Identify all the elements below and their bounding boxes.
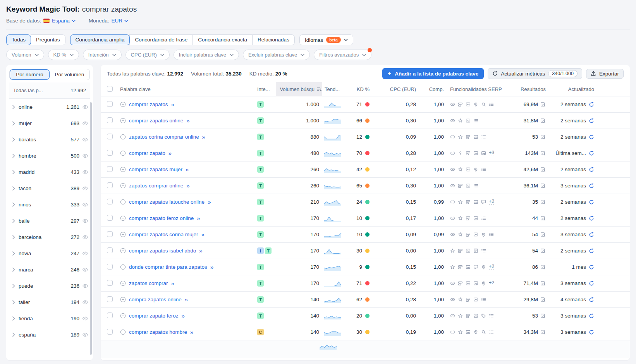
chevron-right-icon[interactable] (12, 186, 15, 191)
col-header-comp[interactable]: Comp. (416, 86, 444, 92)
sidebar-scrollbar[interactable] (90, 102, 92, 355)
serp-preview-icon[interactable] (540, 167, 546, 172)
add-keyword-icon[interactable] (120, 101, 126, 107)
serp-preview-icon[interactable] (540, 248, 546, 254)
keyword-link[interactable]: comprar zapatos mujer (129, 167, 182, 172)
row-checkbox[interactable] (107, 264, 113, 270)
toggle-por-volumen[interactable]: Por volumen (50, 69, 89, 80)
sidebar-group-marca[interactable]: marca246 (9, 261, 90, 278)
chevron-right-icon[interactable] (12, 170, 15, 174)
row-checkbox[interactable] (107, 312, 113, 318)
eye-icon[interactable] (82, 105, 88, 110)
serp-preview-icon[interactable] (540, 281, 546, 286)
refresh-icon[interactable] (589, 264, 594, 270)
chevron-right-icon[interactable] (12, 137, 15, 142)
row-checkbox[interactable] (107, 134, 113, 139)
eye-icon[interactable] (82, 332, 88, 337)
filter-volumen[interactable]: Volumen (6, 50, 44, 60)
refresh-icon[interactable] (589, 232, 594, 237)
chevron-right-icon[interactable] (12, 316, 15, 321)
eye-icon[interactable] (82, 153, 88, 158)
chevron-right-icon[interactable] (12, 300, 15, 304)
filter-incluir-palabras-clave[interactable]: Incluir palabras clave (174, 50, 239, 60)
toggle-por-numero[interactable]: Por número (10, 69, 50, 80)
sidebar-group-taller[interactable]: taller194 (9, 294, 90, 310)
keyword-link[interactable]: comprar zapatos online (129, 118, 183, 124)
refresh-icon[interactable] (589, 281, 594, 286)
eye-icon[interactable] (82, 137, 88, 142)
sidebar-group-tienda[interactable]: tienda190 (9, 310, 90, 326)
tab-todas[interactable]: Todas (6, 34, 31, 45)
col-header-results[interactable]: Resultados (516, 86, 546, 92)
row-checkbox[interactable] (107, 199, 113, 204)
serp-more-count[interactable]: +3 (489, 150, 494, 156)
refresh-icon[interactable] (589, 118, 594, 124)
keyword-link[interactable]: comprar zapatos corina mujer (129, 232, 198, 237)
col-header-volume[interactable]: Volumen búsqu (276, 82, 322, 96)
database-select[interactable]: España (52, 18, 76, 24)
add-keyword-icon[interactable] (120, 232, 126, 237)
expand-keyword-icon[interactable]: » (186, 167, 189, 172)
add-to-list-button[interactable]: + Añadir a la lista de palabras clave (382, 68, 484, 79)
keyword-link[interactable]: comprar zapatos latouche online (129, 199, 205, 205)
keyword-link[interactable]: comprar zapato (129, 150, 165, 156)
row-checkbox[interactable] (107, 247, 113, 253)
serp-preview-icon[interactable] (540, 232, 546, 237)
expand-keyword-icon[interactable]: » (190, 329, 193, 335)
refresh-icon[interactable] (589, 199, 594, 205)
sidebar-group-ni-os[interactable]: niños333 (9, 196, 90, 213)
chevron-right-icon[interactable] (12, 121, 15, 125)
expand-keyword-icon[interactable]: » (186, 118, 189, 124)
serp-preview-icon[interactable] (540, 330, 546, 335)
sidebar-group-puede[interactable]: puede236 (9, 278, 90, 294)
serp-more-count[interactable]: +2 (489, 280, 494, 286)
refresh-icon[interactable] (589, 248, 594, 254)
keyword-link[interactable]: compra zapatos online (129, 297, 182, 302)
expand-keyword-icon[interactable]: » (168, 150, 172, 156)
filter-excluir-palabras-clave[interactable]: Excluir palabras clave (243, 50, 310, 60)
expand-keyword-icon[interactable]: » (186, 183, 189, 189)
serp-more-count[interactable]: +2 (489, 199, 494, 205)
row-checkbox[interactable] (107, 231, 113, 237)
tab-concordancia-exacta[interactable]: Concordancia exacta (193, 34, 253, 45)
select-all-checkbox[interactable] (107, 86, 113, 92)
keyword-link[interactable]: comprar zapatos (129, 101, 168, 107)
serp-preview-icon[interactable] (540, 216, 546, 221)
expand-keyword-icon[interactable]: » (199, 248, 202, 254)
sidebar-group-baile[interactable]: baile297 (9, 213, 90, 229)
refresh-icon[interactable] (589, 134, 594, 140)
row-checkbox[interactable] (107, 296, 113, 302)
sidebar-group-mujer[interactable]: mujer693 (9, 115, 90, 131)
eye-icon[interactable] (82, 267, 88, 272)
serp-preview-icon[interactable] (540, 264, 546, 270)
refresh-icon[interactable] (589, 297, 594, 302)
row-checkbox[interactable] (107, 280, 113, 286)
serp-preview-icon[interactable] (540, 118, 546, 124)
tab-idiomas[interactable]: Idiomas beta (299, 34, 353, 45)
keyword-link[interactable]: zapatos comprar online (129, 183, 183, 189)
keyword-link[interactable]: comprar zapatos isabel abdo (129, 248, 196, 254)
expand-keyword-icon[interactable]: » (210, 264, 213, 270)
row-checkbox[interactable] (107, 150, 113, 156)
expand-keyword-icon[interactable]: » (182, 313, 185, 319)
serp-preview-icon[interactable] (540, 151, 546, 156)
filter-filtros-avanzados[interactable]: Filtros avanzados (314, 50, 371, 60)
add-keyword-icon[interactable] (120, 167, 126, 172)
row-checkbox[interactable] (107, 101, 113, 107)
sidebar-group-baratos[interactable]: baratos577 (9, 131, 90, 148)
add-keyword-icon[interactable] (120, 297, 126, 302)
eye-icon[interactable] (82, 251, 88, 256)
chevron-right-icon[interactable] (12, 284, 15, 288)
chevron-right-icon[interactable] (12, 105, 15, 109)
refresh-icon[interactable] (589, 183, 594, 189)
serp-preview-icon[interactable] (540, 134, 546, 140)
eye-icon[interactable] (82, 235, 88, 240)
sidebar-group-novia[interactable]: novia247 (9, 245, 90, 261)
chevron-right-icon[interactable] (12, 154, 15, 158)
chevron-right-icon[interactable] (12, 251, 15, 256)
keyword-link[interactable]: comprar zapato feroz online (129, 215, 194, 221)
serp-more-count[interactable]: +2 (489, 264, 494, 270)
add-keyword-icon[interactable] (120, 199, 126, 205)
sidebar-group-hombre[interactable]: hombre500 (9, 148, 90, 164)
filter-kd[interactable]: KD % (48, 50, 79, 60)
